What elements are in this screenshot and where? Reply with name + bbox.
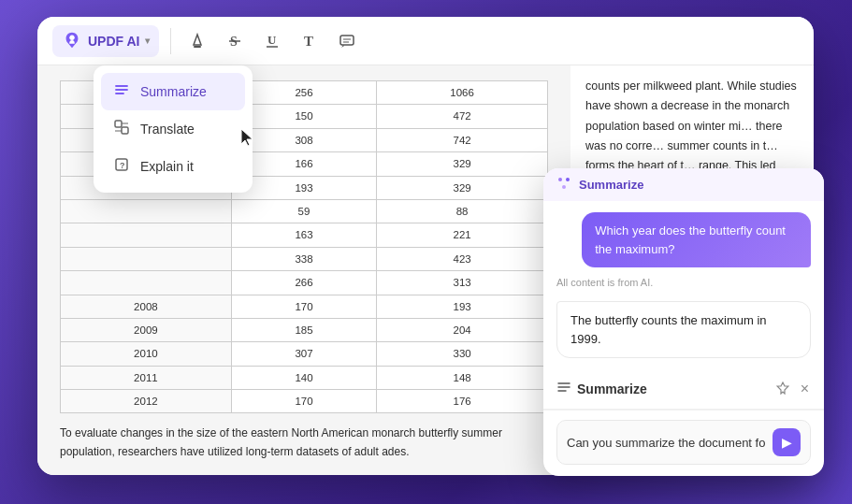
ai-response-bubble: The butterfly counts the maximum in 1999… (556, 301, 811, 358)
chat-topic-header: Summarize (543, 168, 824, 201)
cursor-pointer (238, 127, 257, 153)
user-message-text: Which year does the butterfly count the … (595, 223, 786, 256)
translate-label: Translate (140, 122, 195, 137)
svg-rect-13 (122, 127, 128, 134)
ai-chat-panel: Summarize Which year does the butterfly … (543, 168, 824, 476)
dropdown-item-summarize[interactable]: Summarize (101, 73, 245, 110)
svg-rect-6 (340, 36, 354, 45)
document-body-text: To evaluate changes in the size of the e… (60, 425, 548, 462)
ai-response-text: The butterfly counts the maximum in 1999… (570, 313, 767, 346)
svg-text:?: ? (120, 161, 125, 170)
text-icon: T (300, 32, 319, 50)
svg-rect-12 (115, 121, 122, 127)
table-row: 2009185204 (61, 318, 548, 341)
ai-source-label: All content is from AI. (556, 277, 811, 288)
table-row: 266313 (61, 271, 548, 295)
toolbar: UPDF AI ▾ S U T (37, 17, 814, 65)
svg-point-20 (562, 185, 566, 189)
chat-input-area: ▶ (543, 410, 824, 476)
chat-input-row: ▶ (556, 420, 811, 465)
dropdown-arrow-icon: ▾ (145, 36, 150, 46)
translate-icon (112, 119, 131, 139)
updf-ai-label: UPDF AI (88, 34, 139, 49)
chat-messages-container: Which year does the butterfly count the … (543, 201, 824, 369)
svg-text:T: T (304, 34, 313, 49)
table-row: 2011140148 (61, 366, 548, 389)
chat-header-actions: × (774, 379, 811, 399)
user-message-bubble: Which year does the butterfly count the … (582, 212, 811, 267)
strikethrough-tool-button[interactable]: S (220, 26, 250, 56)
chat-topic-title: Summarize (579, 178, 811, 192)
comment-tool-button[interactable] (332, 26, 362, 56)
send-icon: ▶ (782, 435, 792, 450)
svg-rect-0 (194, 46, 201, 48)
pin-icon (776, 382, 789, 395)
chat-input-field[interactable] (567, 436, 765, 450)
chat-header-icon (556, 380, 571, 398)
highlight-tool-button[interactable] (182, 26, 212, 56)
summarize-icon (112, 81, 131, 102)
explain-label: Explain it (140, 159, 194, 174)
strikethrough-icon: S (225, 32, 244, 50)
table-row: 5988 (61, 199, 548, 223)
comment-icon (338, 32, 356, 50)
dropdown-item-explain[interactable]: ? Explain it (101, 148, 245, 185)
underline-icon: U (263, 32, 282, 50)
text-tool-button[interactable]: T (295, 26, 325, 56)
chat-input-header: Summarize × (543, 369, 824, 410)
table-row: 163221 (61, 223, 548, 247)
chat-pin-button[interactable] (774, 380, 791, 399)
chat-header-title: Summarize (577, 382, 769, 396)
table-row: 338423 (61, 247, 548, 270)
table-row: 2010307330 (61, 342, 548, 366)
chat-topic-icon (556, 176, 571, 194)
toolbar-divider (170, 28, 171, 54)
svg-point-19 (566, 178, 570, 181)
dropdown-menu: Summarize Translate ? Explain it (94, 65, 253, 193)
close-icon: × (801, 381, 809, 396)
summarize-label: Summarize (140, 84, 207, 99)
dropdown-item-translate[interactable]: Translate (101, 110, 245, 148)
table-row: 2008170193 (61, 295, 548, 318)
underline-tool-button[interactable]: U (257, 26, 287, 56)
chat-close-button[interactable]: × (799, 379, 811, 399)
svg-text:U: U (267, 33, 277, 47)
table-row: 2012170176 (61, 390, 548, 413)
highlight-icon (188, 32, 207, 50)
updf-logo-icon (62, 31, 82, 51)
send-button[interactable]: ▶ (773, 428, 801, 456)
svg-point-18 (558, 178, 562, 181)
explain-icon: ? (112, 156, 131, 177)
updf-ai-button[interactable]: UPDF AI ▾ (52, 25, 159, 57)
